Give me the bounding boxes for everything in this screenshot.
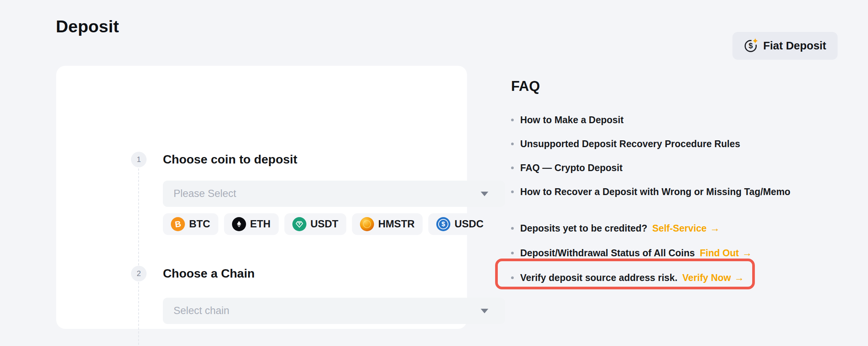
page-title: Deposit	[56, 17, 119, 37]
bullet-dot	[511, 190, 514, 193]
faq-item-text: Deposits yet to be credited?	[520, 223, 647, 234]
faq-item-deposit-withdrawal-status: Deposit/Withdrawal Status of All Coins F…	[511, 241, 752, 265]
usdt-icon	[292, 217, 306, 231]
arrow-right-icon: →	[742, 247, 752, 259]
fiat-deposit-button[interactable]: $ ✦ Fiat Deposit	[732, 32, 838, 60]
arrow-right-icon: →	[710, 222, 720, 234]
coin-chip-label: HMSTR	[378, 218, 415, 230]
step-connector-line	[138, 161, 139, 346]
faq-item-text: Verify deposit source address risk.	[520, 272, 677, 283]
faq-link-label: Unsupported Deposit Recovery Procedure R…	[520, 138, 740, 149]
self-service-link[interactable]: Self-Service	[652, 223, 707, 234]
faq-link-label: How to Make a Deposit	[520, 114, 623, 125]
coin-select-dropdown[interactable]: Please Select	[163, 181, 505, 207]
coin-chip-usdc[interactable]: USDC	[428, 213, 492, 235]
faq-item-text: Deposit/Withdrawal Status of All Coins	[520, 248, 695, 259]
bullet-dot	[511, 143, 514, 145]
faq-item-verify-source-address-risk: Verify deposit source address risk. Veri…	[511, 265, 752, 290]
chevron-down-icon	[481, 309, 488, 313]
faq-action-list: Deposits yet to be credited? Self-Servic…	[511, 216, 752, 290]
step-1-title: Choose coin to deposit	[163, 152, 297, 167]
faq-item-deposits-not-credited: Deposits yet to be credited? Self-Servic…	[511, 216, 752, 241]
coin-chip-eth[interactable]: ETH	[224, 213, 279, 235]
chain-select-dropdown[interactable]: Select chain	[163, 298, 505, 324]
btc-icon	[171, 217, 185, 231]
coin-chip-label: USDC	[455, 218, 484, 230]
faq-link-label: How to Recover a Deposit with Wrong or M…	[520, 186, 791, 197]
faq-link-label: FAQ — Crypto Deposit	[520, 162, 622, 173]
coin-chip-label: BTC	[189, 218, 210, 230]
chain-select-placeholder: Select chain	[174, 305, 481, 317]
bullet-dot	[511, 227, 514, 230]
step-2-title: Choose a Chain	[163, 266, 255, 281]
step-1-badge: 1	[131, 152, 147, 167]
dollar-coin-icon: $ ✦	[744, 39, 758, 53]
deposit-page: Deposit $ ✦ Fiat Deposit 1 Choose coin t…	[0, 0, 868, 346]
quick-coin-chips: BTC ETH USDT	[163, 213, 492, 235]
faq-link-recover-wrong-tag-memo[interactable]: How to Recover a Deposit with Wrong or M…	[511, 180, 791, 204]
faq-article-list: How to Make a Deposit Unsupported Deposi…	[511, 108, 791, 204]
verify-now-link[interactable]: Verify Now	[682, 272, 731, 283]
coin-select-placeholder: Please Select	[174, 188, 481, 200]
eth-icon	[232, 217, 246, 231]
hmstr-icon	[360, 217, 374, 231]
coin-chip-label: USDT	[311, 218, 339, 230]
arrow-right-icon: →	[734, 272, 744, 284]
faq-link-how-to-make-a-deposit[interactable]: How to Make a Deposit	[511, 108, 791, 132]
chevron-down-icon	[481, 192, 488, 196]
coin-chip-btc[interactable]: BTC	[163, 213, 218, 235]
bullet-dot	[511, 276, 514, 279]
spark-icon: ✦	[751, 37, 759, 45]
coin-chip-label: ETH	[250, 218, 271, 230]
deposit-steps-card: 1 Choose coin to deposit Please Select B…	[56, 66, 467, 329]
bullet-dot	[511, 167, 514, 169]
coin-chip-usdt[interactable]: USDT	[284, 213, 347, 235]
step-2-badge: 2	[131, 266, 147, 281]
faq-heading: FAQ	[511, 78, 540, 94]
bullet-dot	[511, 252, 514, 254]
faq-link-unsupported-deposit-recovery[interactable]: Unsupported Deposit Recovery Procedure R…	[511, 132, 791, 156]
find-out-link[interactable]: Find Out	[700, 248, 739, 259]
coin-chip-hmstr[interactable]: HMSTR	[352, 213, 423, 235]
usdc-icon	[436, 217, 450, 231]
faq-link-crypto-deposit-faq[interactable]: FAQ — Crypto Deposit	[511, 156, 791, 180]
bullet-dot	[511, 119, 514, 121]
fiat-deposit-label: Fiat Deposit	[763, 40, 826, 52]
